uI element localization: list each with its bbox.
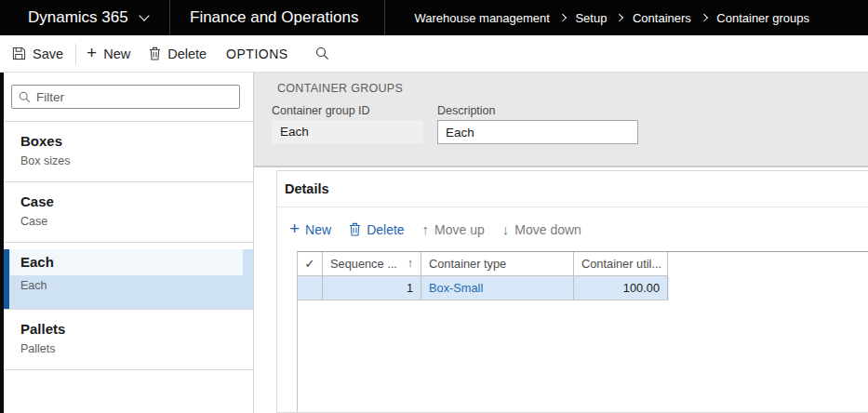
list-item-each-selected[interactable]: Each Each <box>4 249 253 310</box>
details-grid: ✓ Sequence ... ↑ Container type Containe… <box>298 252 669 300</box>
trash-icon <box>349 222 361 236</box>
breadcrumb-containers[interactable]: Containers <box>633 11 691 25</box>
grid-new-button[interactable]: + New <box>289 221 331 237</box>
filter-input[interactable] <box>36 90 239 104</box>
search-button[interactable] <box>315 47 329 60</box>
item-title: Pallets <box>20 321 253 337</box>
list-item-boxes[interactable]: Boxes Box sizes <box>4 122 253 182</box>
arrow-up-icon: ↑ <box>422 221 430 237</box>
column-header-container-util[interactable]: Container util... <box>574 252 668 276</box>
app-section: Finance and Operations <box>169 0 384 35</box>
plus-icon: + <box>87 44 97 61</box>
details-card: Details + New Delete ↑ Move up ↓ Move do… <box>276 170 868 413</box>
page-title: CONTAINER GROUPS <box>277 82 403 95</box>
breadcrumb: Warehouse management Setup Containers Co… <box>384 0 809 35</box>
options-button[interactable]: OPTIONS <box>226 47 288 61</box>
chevron-right-icon <box>701 14 708 21</box>
container-group-id-label: Container group ID <box>272 104 423 117</box>
list-item-case[interactable]: Case Case <box>4 182 253 243</box>
chevron-down-icon <box>139 10 149 20</box>
details-title: Details <box>277 171 868 207</box>
item-title: Boxes <box>20 133 253 149</box>
grid-row-selected[interactable]: 1 Box-Small 100.00 <box>298 276 669 300</box>
grid-new-label: New <box>305 222 331 237</box>
arrow-down-icon: ↓ <box>502 221 510 237</box>
move-down-label: Move down <box>514 222 581 237</box>
item-title: Case <box>20 193 253 209</box>
filter-field <box>11 85 240 109</box>
command-bar: Save + New Delete OPTIONS <box>0 35 868 73</box>
chevron-right-icon <box>559 14 567 21</box>
move-down-button[interactable]: ↓ Move down <box>502 221 581 237</box>
container-util-cell[interactable]: 100.00 <box>574 276 668 300</box>
delete-label: Delete <box>167 47 207 61</box>
check-icon: ✓ <box>305 257 315 271</box>
chevron-right-icon <box>616 14 623 21</box>
grid-delete-label: Delete <box>367 222 404 237</box>
new-label: New <box>103 47 130 61</box>
item-subtitle: Case <box>20 215 253 228</box>
move-up-button[interactable]: ↑ Move up <box>422 221 485 237</box>
breadcrumb-container-groups[interactable]: Container groups <box>716 11 809 25</box>
group-list: Boxes Box sizes Case Case Each Each Pall… <box>4 121 253 370</box>
sequence-cell[interactable]: 1 <box>323 276 421 300</box>
column-header-container-type[interactable]: Container type <box>421 252 574 276</box>
toolbar-divider <box>75 44 76 64</box>
list-item-pallets[interactable]: Pallets Pallets <box>4 310 253 370</box>
row-select-cell[interactable] <box>298 276 323 300</box>
plus-icon: + <box>289 220 300 237</box>
save-label: Save <box>33 47 63 61</box>
delete-button[interactable]: Delete <box>149 47 207 61</box>
sort-ascending-icon: ↑ <box>407 252 413 275</box>
item-title: Each <box>20 254 243 270</box>
description-label: Description <box>437 104 638 117</box>
grid-toolbar: + New Delete ↑ Move up ↓ Move down <box>277 207 868 251</box>
top-navbar: Dynamics 365 Finance and Operations Ware… <box>0 0 868 35</box>
container-group-id-value[interactable]: Each <box>272 120 423 144</box>
save-button[interactable]: Save <box>12 47 63 61</box>
selection-marker <box>4 249 9 309</box>
description-input[interactable] <box>437 120 638 144</box>
item-subtitle: Each <box>4 279 253 292</box>
search-icon <box>315 47 329 60</box>
breadcrumb-warehouse-management[interactable]: Warehouse management <box>414 11 550 25</box>
move-up-label: Move up <box>434 222 485 237</box>
item-subtitle: Box sizes <box>20 154 253 167</box>
grid-header-row: ✓ Sequence ... ↑ Container type Containe… <box>298 252 669 276</box>
column-label: Sequence ... <box>330 252 397 275</box>
app-name-link[interactable]: Finance and Operations <box>170 8 384 27</box>
container-type-cell[interactable]: Box-Small <box>421 276 574 300</box>
column-header-sequence[interactable]: Sequence ... ↑ <box>323 252 421 276</box>
new-button[interactable]: + New <box>87 46 130 61</box>
container-groups-list-pane: Boxes Box sizes Case Case Each Each Pall… <box>4 73 254 413</box>
save-icon <box>12 47 26 60</box>
product-name: Dynamics 365 <box>28 8 128 27</box>
container-group-id-field-group: Container group ID Each <box>272 104 423 144</box>
dynamics-365-menu[interactable]: Dynamics 365 <box>0 0 169 35</box>
container-type-link[interactable]: Box-Small <box>429 281 483 295</box>
trash-icon <box>149 47 161 60</box>
breadcrumb-setup[interactable]: Setup <box>575 11 607 25</box>
select-all-column-header[interactable]: ✓ <box>298 252 323 276</box>
item-subtitle: Pallets <box>20 342 253 355</box>
search-icon <box>19 91 31 103</box>
grid-delete-button[interactable]: Delete <box>349 222 404 237</box>
description-field-group: Description <box>437 104 638 144</box>
page-header: CONTAINER GROUPS Container group ID Each… <box>254 73 868 167</box>
